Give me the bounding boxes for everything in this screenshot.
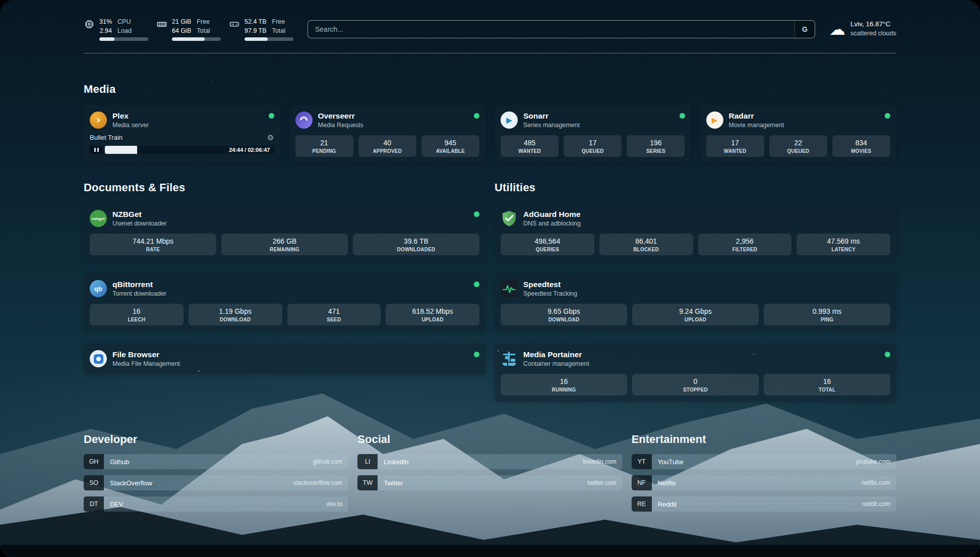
stat-ping: 0.993 ms PING [764,304,890,325]
section-documents: Documents & Files nzbget NZBGet Usenet d… [84,181,485,402]
bookmark-group-entertainment: Entertainment YT YouTube youtube.com NF … [632,433,896,518]
bookmark-group-social: Social LI LinkedIn linkedin.com TW Twitt… [357,433,622,518]
speedtest-card: Speedtest Speedtest Tracking 9.65 Gbps D… [495,273,896,331]
disk-usage-bar [244,37,293,41]
radarr-subtitle: Movie management [729,122,784,130]
nzbget-link[interactable]: nzbget NZBGet Usenet downloader [90,209,479,228]
stat-remaining: 266 GB REMAINING [221,234,348,255]
bookmark-abbr: RE [632,496,652,512]
stat-wanted: 17 WANTED [706,135,764,157]
stat-upload: 9.24 Gbps UPLOAD [632,304,759,325]
filebrowser-title: File Browser [112,350,180,359]
gear-icon[interactable]: ⚙ [267,134,274,141]
status-dot [885,113,890,119]
search-bar: G [308,20,815,38]
dashboard-content: 31% 2.94 CPU Load [0,0,980,557]
developer-section-title: Developer [84,433,348,446]
bookmarks: Developer GH Github github.com SO StackO… [84,433,896,518]
memory-widget: 21 GiB 64 GiB Free Total [156,17,221,41]
stat-upload: 618.52 Mbps UPLOAD [386,304,479,325]
adguard-card: AdGuard Home DNS and adblocking 498,564 … [495,203,896,261]
bookmark-abbr: LI [357,454,378,469]
nzbget-subtitle: Usenet downloader [112,220,167,228]
qbittorrent-link[interactable]: qb qBittorrent Torrent downloader [90,280,479,298]
filebrowser-icon [90,350,107,367]
filebrowser-subtitle: Media File Management [112,360,180,368]
bookmark-twitter[interactable]: TW Twitter twitter.com [357,475,622,490]
plex-link[interactable]: › Plex Media server [90,111,274,129]
stat-running: 16 RUNNING [501,374,627,396]
status-dot [474,211,479,217]
qbittorrent-icon: qb [90,280,107,297]
overseerr-link[interactable]: Overseerr Media Requests [295,111,480,129]
status-dot [885,352,890,357]
filebrowser-link[interactable]: File Browser Media File Management [90,350,479,368]
documents-section-title: Documents & Files [84,181,485,194]
stat-series: 196 SERIES [627,135,685,157]
overseerr-card: Overseerr Media Requests 21 PENDING 40 A… [289,105,486,163]
stat-queued: 22 QUEUED [769,135,827,157]
disk-free: 52.4 TB [244,17,267,26]
entertainment-section-title: Entertainment [632,433,896,446]
stat-pending: 21 PENDING [295,135,353,157]
media-section-title: Media [84,83,896,96]
pause-button[interactable] [90,146,103,154]
stat-movies: 834 MOVIES [832,135,890,157]
overseerr-title: Overseerr [318,111,363,121]
cpu-load: 2.94 [100,26,112,35]
disk-free-label: Free [272,17,285,26]
speedtest-subtitle: Speedtest Tracking [523,290,577,298]
sonarr-link[interactable]: ▶ Sonarr Series management [501,111,685,129]
stat-queued: 17 QUEUED [564,135,622,157]
status-dot [680,113,685,119]
overseerr-subtitle: Media Requests [318,122,363,130]
playback-progress-bar[interactable]: 24:44 / 02:06:47 [105,146,274,154]
radarr-link[interactable]: ▶ Radarr Movie management [706,111,891,129]
stat-wanted: 485 WANTED [501,135,559,157]
memory-total-label: Total [197,26,210,35]
bookmark-linkedin[interactable]: LI LinkedIn linkedin.com [357,454,622,469]
stat-available: 945 AVAILABLE [421,135,479,157]
adguard-title: AdGuard Home [523,209,581,219]
stat-leech: 16 LEECH [90,304,183,325]
stat-rate: 744.21 Mbps RATE [90,234,216,255]
stars-decoration [0,0,1,1]
bookmark-youtube[interactable]: YT YouTube youtube.com [632,454,896,469]
speedtest-link[interactable]: Speedtest Speedtest Tracking [501,280,890,298]
dashboard-window: 31% 2.94 CPU Load [0,0,980,557]
disk-widget: 52.4 TB 97.9 TB Free Total [229,17,293,41]
search-input[interactable] [308,21,794,38]
bookmark-group-developer: Developer GH Github github.com SO StackO… [84,433,348,518]
memory-usage-bar [172,37,221,41]
sonarr-icon: ▶ [501,112,518,129]
weather-condition: scattered clouds [850,29,896,38]
stat-filtered: 2,956 FILTERED [698,234,792,255]
stat-downloaded: 39.6 TB DOWNLOADED [353,234,479,255]
sonarr-subtitle: Series management [523,122,580,130]
portainer-link[interactable]: Media Portainer Container management [501,350,890,368]
bookmark-github[interactable]: GH Github github.com [84,454,348,469]
stat-download: 1.19 Gbps DOWNLOAD [189,304,282,325]
filebrowser-card: File Browser Media File Management [84,344,485,374]
bookmark-abbr: DT [84,496,104,512]
plex-title: Plex [112,111,149,121]
stat-download: 9.65 Gbps DOWNLOAD [501,304,627,325]
portainer-card: Media Portainer Container management 16 … [495,344,896,402]
bookmark-netflix[interactable]: NF Netflix netflix.com [632,475,896,490]
overseerr-icon [295,112,313,129]
adguard-link[interactable]: AdGuard Home DNS and adblocking [501,209,890,228]
snow-sparkles [0,0,2,2]
bookmark-dev[interactable]: DT DEV dev.to [84,496,348,512]
bookmark-reddit[interactable]: RE Reddit reddit.com [632,496,896,512]
sonarr-title: Sonarr [523,111,580,121]
portainer-icon [501,350,518,367]
nzbget-title: NZBGet [112,209,167,219]
playback-time: 24:44 / 02:06:47 [229,147,270,153]
system-widgets: 31% 2.94 CPU Load [84,17,293,41]
search-provider-button[interactable]: G [794,21,815,38]
stat-latency: 47.569 ms LATENCY [797,234,890,255]
bookmark-stackoverflow[interactable]: SO StackOverflow stackoverflow.com [84,475,348,490]
stat-blocked: 86,401 BLOCKED [599,234,693,255]
disk-icon [229,19,240,30]
qbittorrent-subtitle: Torrent downloader [112,290,166,298]
